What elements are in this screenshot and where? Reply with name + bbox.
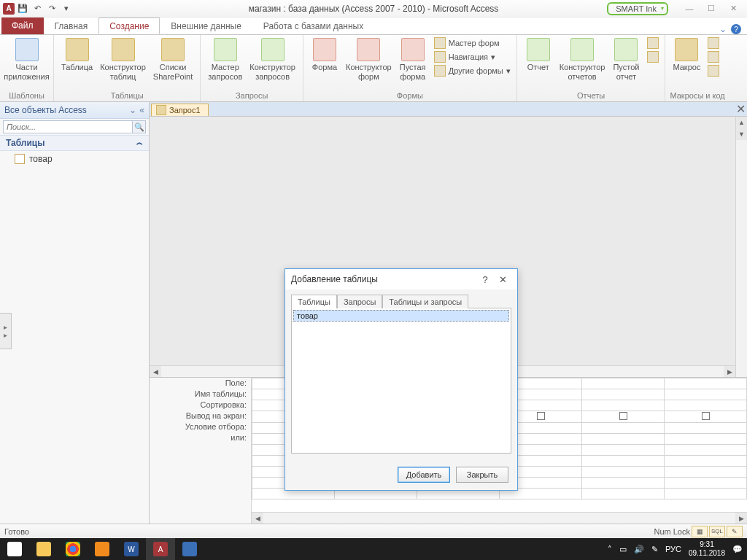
scroll-right-icon[interactable]: ▶ [724, 366, 735, 377]
nav-table-item[interactable]: товар [0, 151, 149, 167]
scroll-left-icon[interactable]: ◀ [252, 513, 263, 524]
taskbar-explorer[interactable] [29, 538, 58, 560]
window-minimize-button[interactable]: — [680, 2, 699, 15]
view-sql-button[interactable]: SQL [709, 526, 725, 537]
report-design-button[interactable]: Конструктор отчетов [557, 36, 608, 83]
taskbar-access[interactable]: A [146, 538, 175, 560]
dialog-list-item[interactable]: товар [293, 310, 509, 322]
nav-category-tables[interactable]: Таблицы ︽ [0, 135, 149, 151]
class-module-button[interactable] [706, 50, 721, 63]
table-design-button[interactable]: Конструктор таблиц [97, 36, 149, 83]
dialog-close-action-button[interactable]: Закрыть [456, 467, 508, 483]
taskbar-app-blue[interactable] [175, 538, 204, 560]
more-forms-button[interactable]: Другие формы ▾ [433, 64, 512, 77]
dialog-tab-queries[interactable]: Запросы [337, 295, 382, 308]
report-button[interactable]: Отчет [522, 36, 555, 74]
visual-basic-icon [708, 65, 719, 77]
search-icon[interactable]: 🔍 [132, 121, 145, 133]
dialog-tab-tables[interactable]: Таблицы [291, 295, 337, 308]
tray-chevron-icon[interactable]: ˄ [608, 545, 612, 554]
access-app-icon: A [3, 3, 15, 15]
application-parts-button[interactable]: Части приложения [4, 36, 49, 83]
module-button[interactable] [706, 36, 721, 50]
qat-redo-button[interactable]: ↷ [45, 2, 58, 15]
query-wizard-icon [214, 38, 237, 61]
query-design-button[interactable]: Конструктор запросов [247, 36, 298, 83]
qbe-label-field: Поле: [150, 378, 247, 389]
sharepoint-lists-icon [161, 38, 185, 61]
tray-language[interactable]: РУС [665, 545, 681, 553]
scroll-up-icon[interactable]: ▲ [736, 117, 747, 128]
ribbon-minimize-icon[interactable]: ⌄ [719, 24, 727, 34]
nav-pane-expand-handle[interactable]: ▸▸ [0, 313, 12, 349]
nav-dropdown-icon[interactable]: ⌄ [129, 105, 136, 115]
blank-report-button[interactable]: Пустой отчет [609, 36, 643, 83]
collapse-chevron-icon: ︽ [136, 138, 143, 148]
tab-create[interactable]: Создание [98, 18, 160, 34]
help-icon[interactable]: ? [731, 24, 741, 34]
nav-pane-header[interactable]: Все объекты Access ⌄ « [0, 102, 149, 119]
system-tray: ˄ ▭ 🔊 ✎ РУС 9:31 09.11.2018 💬 [608, 540, 747, 558]
dialog-help-button[interactable]: ? [476, 274, 494, 285]
nav-search: 🔍 [0, 119, 149, 135]
taskbar-word[interactable]: W [117, 538, 146, 560]
window-maximize-button[interactable]: ☐ [702, 2, 721, 15]
status-ready: Готово [4, 527, 29, 536]
tab-home[interactable]: Главная [44, 18, 99, 34]
tray-pen-icon[interactable]: ✎ [651, 545, 658, 554]
scroll-left-icon[interactable]: ◀ [150, 366, 161, 377]
qat-save-button[interactable]: 💾 [16, 2, 29, 15]
qat-customize-button[interactable]: ▾ [60, 2, 73, 15]
show-checkbox[interactable] [619, 412, 627, 420]
dialog-list[interactable]: товар [291, 308, 511, 454]
taskbar-app-orange[interactable] [88, 538, 117, 560]
blank-form-icon [401, 38, 425, 61]
tab-database-tools[interactable]: Работа с базами данных [252, 18, 374, 34]
navigation-button[interactable]: Навигация ▾ [433, 50, 512, 63]
qbe-horizontal-scrollbar[interactable]: ◀ ▶ [252, 512, 747, 524]
smart-ink-badge[interactable]: SMART Ink [607, 2, 668, 15]
view-datasheet-button[interactable]: ▦ [692, 526, 708, 537]
taskbar-chrome[interactable] [58, 538, 88, 560]
table-design-icon [112, 38, 135, 61]
tray-clock[interactable]: 9:31 09.11.2018 [689, 540, 725, 558]
tray-notifications-icon[interactable]: 💬 [732, 545, 743, 554]
workspace: Все объекты Access ⌄ « 🔍 Таблицы ︽ товар [0, 102, 747, 524]
tab-file[interactable]: Файл [1, 17, 44, 34]
dialog-title-bar[interactable]: Добавление таблицы ? ✕ [285, 269, 517, 289]
nav-collapse-icon[interactable]: « [139, 105, 144, 115]
tray-network-icon[interactable]: ▭ [619, 545, 627, 554]
report-wizard-button[interactable] [646, 36, 660, 50]
blank-form-button[interactable]: Пустая форма [396, 36, 430, 83]
scroll-right-icon[interactable]: ▶ [735, 513, 747, 524]
visual-basic-button[interactable] [706, 64, 721, 77]
vertical-scrollbar[interactable]: ▲ ▼ [735, 117, 747, 377]
scroll-down-icon[interactable]: ▼ [736, 128, 747, 140]
nav-search-input[interactable] [4, 121, 132, 133]
dialog-close-button[interactable]: ✕ [494, 274, 511, 285]
form-wizard-button[interactable]: Мастер форм [433, 36, 512, 50]
macro-button[interactable]: Макрос [670, 36, 703, 74]
show-checkbox[interactable] [702, 412, 710, 420]
labels-button[interactable] [646, 50, 660, 63]
sharepoint-lists-button[interactable]: Списки SharePoint [150, 36, 196, 83]
query-wizard-button[interactable]: Мастер запросов [205, 36, 245, 83]
document-tab-query1[interactable]: Запрос1 [151, 104, 209, 116]
show-checkbox[interactable] [537, 412, 545, 420]
navigation-pane: Все объекты Access ⌄ « 🔍 Таблицы ︽ товар [0, 102, 150, 524]
form-button[interactable]: Форма [308, 36, 341, 74]
group-reports-label: Отчеты [522, 91, 661, 101]
table-button[interactable]: Таблица [58, 36, 96, 74]
start-button[interactable] [0, 538, 29, 560]
tab-external-data[interactable]: Внешние данные [160, 18, 252, 34]
window-close-button[interactable]: ✕ [724, 2, 743, 15]
document-close-button[interactable]: ✕ [734, 102, 747, 116]
dialog-add-button[interactable]: Добавить [398, 467, 450, 483]
more-forms-icon [434, 65, 446, 77]
form-design-button[interactable]: Конструктор форм [343, 36, 395, 83]
qat-undo-button[interactable]: ↶ [31, 2, 44, 15]
view-design-button[interactable]: ✎ [727, 526, 743, 537]
group-queries-label: Запросы [205, 91, 298, 101]
tray-volume-icon[interactable]: 🔊 [634, 545, 644, 554]
dialog-tab-both[interactable]: Таблицы и запросы [382, 295, 468, 308]
